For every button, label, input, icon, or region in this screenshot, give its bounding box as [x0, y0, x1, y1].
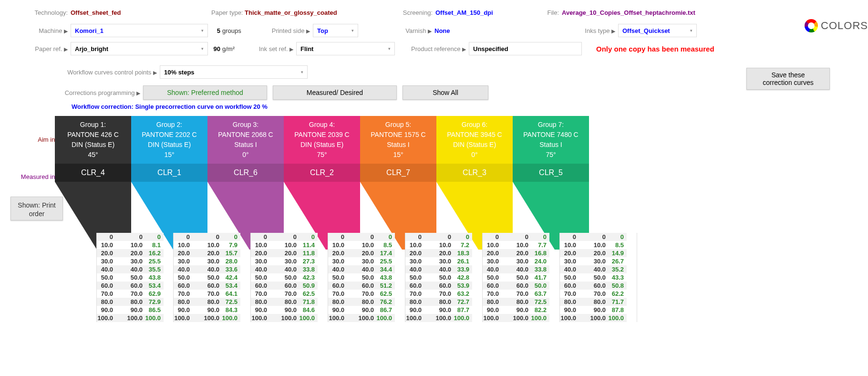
- table-row: 30.030.028.0: [174, 257, 240, 265]
- cell-value: 71.8: [299, 298, 318, 306]
- group-title: Group 5:: [360, 120, 436, 130]
- cell-ref: 60.0: [121, 282, 145, 290]
- cell-value: 0: [530, 233, 549, 241]
- chevron-down-icon: ▾: [690, 28, 692, 33]
- table-row: 30.030.026.1: [405, 257, 472, 265]
- cell-ref: 100.0: [275, 314, 299, 322]
- cell-ref: 30.0: [197, 257, 221, 265]
- show-all-button[interactable]: Show All: [403, 85, 488, 100]
- cell-ref: 70.0: [429, 290, 453, 298]
- cell-value: 26.7: [608, 257, 627, 265]
- cell-step: 50.0: [560, 273, 584, 282]
- chevron-down-icon: ▾: [388, 46, 391, 51]
- cell-step: 20.0: [405, 249, 429, 257]
- cell-ref: 50.0: [352, 273, 376, 282]
- table-row: 70.070.062.5: [328, 290, 395, 298]
- groups-count: 5: [217, 27, 220, 34]
- shown-preferred-button[interactable]: Shown: Preferred method: [143, 85, 267, 100]
- table-row: 70.070.062.2: [560, 290, 627, 298]
- triangle-icon: ▶: [289, 46, 293, 52]
- table-row: 000: [405, 233, 472, 241]
- measured-desired-button[interactable]: Measured/ Desired: [273, 85, 397, 100]
- cell-value: 7.7: [530, 241, 549, 249]
- table-row: 80.080.071.8: [251, 298, 318, 306]
- cell-ref: 30.0: [429, 257, 453, 265]
- file-label: File:: [547, 9, 559, 16]
- cell-step: 0: [560, 233, 584, 241]
- cell-step: 60.0: [174, 282, 197, 290]
- cell-ref: 100.0: [584, 314, 608, 322]
- group-header: Group 4:PANTONE 2039 CDIN (Status E)75°: [284, 116, 360, 164]
- group-column: Group 1:PANTONE 426 CDIN (Status E)45°CL…: [55, 116, 131, 250]
- table-row: 60.060.050.9: [251, 282, 318, 290]
- cell-value: 33.6: [221, 265, 240, 273]
- cell-value: 64.1: [221, 290, 240, 298]
- table-row: 30.030.025.5: [328, 257, 395, 265]
- cell-ref: 50.0: [506, 273, 530, 282]
- table-row: 50.050.042.3: [251, 273, 318, 282]
- cell-ref: 10.0: [506, 241, 530, 249]
- cell-ref: 50.0: [429, 273, 453, 282]
- cell-step: 50.0: [405, 273, 429, 282]
- triangle-icon: ▶: [306, 28, 310, 34]
- screening-label: Screening:: [403, 9, 433, 16]
- table-row: 100.0100.0100.0: [97, 314, 164, 322]
- printed-side-label: Printed side: [272, 27, 305, 34]
- table-row: 000: [174, 233, 240, 241]
- workflow-steps-dropdown[interactable]: 10% steps ▾: [160, 65, 308, 79]
- group-pantone: PANTONE 3945 C: [436, 130, 513, 140]
- table-row: 10.010.08.1: [97, 241, 164, 249]
- ink-set-ref-value: Flint: [300, 45, 385, 52]
- cell-value: 72.9: [145, 298, 164, 306]
- cell-value: 72.5: [221, 298, 240, 306]
- cell-step: 100.0: [483, 314, 506, 322]
- printed-side-dropdown[interactable]: Top ▾: [313, 24, 358, 37]
- group-header: Group 2:PANTONE 2202 CDIN (Status E)15°: [131, 116, 207, 164]
- varnish-label: Varnish: [405, 27, 426, 34]
- save-curves-button[interactable]: Save these correction curves: [746, 68, 830, 90]
- cell-ref: 60.0: [275, 282, 299, 290]
- table-row: 30.030.025.5: [97, 257, 164, 265]
- group-title: Group 4:: [284, 120, 360, 130]
- print-order-button[interactable]: Shown: Print order: [10, 197, 63, 220]
- cell-ref: 100.0: [352, 314, 376, 322]
- cell-value: 11.4: [299, 241, 318, 249]
- table-row: 100.0100.0100.0: [483, 314, 549, 322]
- screening-value: Offset_AM_150_dpi: [435, 9, 493, 16]
- cell-value: 8.5: [376, 241, 395, 249]
- cell-step: 90.0: [483, 306, 506, 314]
- group-status: DIN (Status E): [284, 140, 360, 150]
- table-row: 40.040.035.5: [97, 265, 164, 273]
- cell-step: 40.0: [97, 265, 121, 273]
- group-header: Group 1:PANTONE 426 CDIN (Status E)45°: [55, 116, 131, 164]
- table-row: 10.010.08.5: [560, 241, 627, 249]
- group-title: Group 6:: [436, 120, 513, 130]
- table-row: 100.0100.0100.0: [328, 314, 395, 322]
- paper-ref-dropdown[interactable]: Arjo_bright ▾: [71, 42, 208, 55]
- group-clr: CLR_7: [360, 164, 436, 182]
- cell-step: 90.0: [328, 306, 352, 314]
- cell-step: 30.0: [560, 257, 584, 265]
- table-row: 40.040.033.8: [483, 265, 549, 273]
- group-angle: 15°: [131, 150, 207, 160]
- cell-value: 62.2: [608, 290, 627, 298]
- product-ref-dropdown[interactable]: Unspecified: [469, 42, 582, 55]
- cell-ref: 80.0: [429, 298, 453, 306]
- table-row: 000: [483, 233, 549, 241]
- cell-ref: 10.0: [352, 241, 376, 249]
- cell-step: 0: [251, 233, 275, 241]
- cell-ref: 90.0: [429, 306, 453, 314]
- table-row: 20.020.017.4: [328, 249, 395, 257]
- cell-step: 80.0: [251, 298, 275, 306]
- inks-type-label: Inks type: [585, 27, 610, 34]
- inks-type-dropdown[interactable]: Offset_Quickset ▾: [618, 24, 697, 37]
- cell-value: 35.5: [145, 265, 164, 273]
- triangle-icon: ▶: [462, 46, 466, 52]
- table-row: 60.060.050.0: [483, 282, 549, 290]
- cell-ref: 30.0: [584, 257, 608, 265]
- cell-ref: 100.0: [506, 314, 530, 322]
- cell-step: 90.0: [405, 306, 429, 314]
- machine-dropdown[interactable]: Komori_1 ▾: [71, 24, 208, 37]
- ink-set-ref-dropdown[interactable]: Flint ▾: [296, 42, 395, 55]
- table-row: 90.090.086.5: [97, 306, 164, 314]
